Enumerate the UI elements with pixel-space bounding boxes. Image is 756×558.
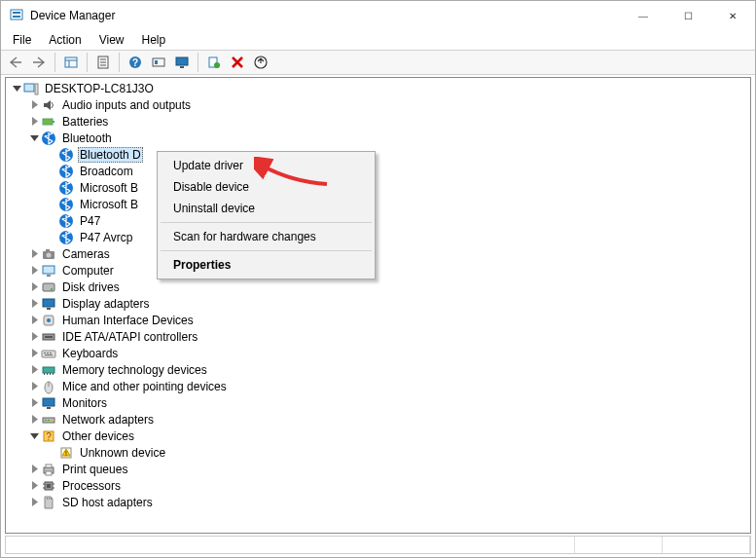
- menu-view[interactable]: View: [91, 31, 132, 49]
- menu-action[interactable]: Action: [41, 31, 89, 49]
- tree-row[interactable]: Print queues: [6, 461, 750, 477]
- svg-rect-66: [46, 465, 52, 467]
- toggle-button[interactable]: [148, 52, 169, 73]
- collapse-icon[interactable]: [27, 131, 41, 145]
- tree-row[interactable]: Keyboards: [6, 345, 750, 361]
- tree-label[interactable]: Computer: [60, 264, 116, 278]
- tree-label[interactable]: Microsoft B: [78, 198, 140, 211]
- back-button[interactable]: [5, 52, 26, 73]
- tree-label[interactable]: Print queues: [60, 463, 129, 476]
- tree-row[interactable]: Human Interface Devices: [6, 312, 750, 328]
- tree-label[interactable]: Bluetooth D: [78, 147, 143, 163]
- tree-row[interactable]: Batteries: [6, 113, 750, 130]
- delete-button[interactable]: [227, 52, 248, 73]
- tree-label[interactable]: Keyboards: [60, 347, 120, 360]
- scan-button[interactable]: [203, 52, 225, 73]
- expand-icon[interactable]: [27, 247, 41, 261]
- help-button[interactable]: ?: [125, 52, 146, 73]
- tree-label[interactable]: SD host adapters: [60, 496, 155, 509]
- tree-row[interactable]: Mice and other pointing devices: [6, 378, 750, 394]
- tree-row[interactable]: Display adapters: [6, 295, 750, 312]
- tree-row[interactable]: Disk drives: [6, 279, 750, 295]
- toolbar-sep: [119, 53, 120, 72]
- tree-row[interactable]: P47: [6, 212, 750, 229]
- tree-row[interactable]: Processors: [6, 477, 750, 494]
- tree-label[interactable]: Network adapters: [60, 413, 156, 427]
- expand-icon[interactable]: [27, 280, 41, 294]
- tree-row[interactable]: Microsoft B: [6, 179, 750, 196]
- tree-row[interactable]: Bluetooth D: [6, 146, 750, 163]
- svg-rect-35: [43, 283, 54, 291]
- expand-icon[interactable]: [27, 479, 41, 493]
- tree-row[interactable]: Microsoft B: [6, 196, 750, 212]
- tree-label[interactable]: P47 Avrcp: [78, 231, 134, 244]
- tree-row[interactable]: DESKTOP-LC81J3O: [6, 80, 750, 96]
- expand-icon[interactable]: [27, 396, 41, 410]
- tree-label[interactable]: Processors: [60, 479, 123, 493]
- tree-row[interactable]: ?Other devices: [6, 428, 750, 444]
- expand-icon[interactable]: [27, 297, 41, 311]
- tree-row[interactable]: Computer: [6, 262, 750, 279]
- menu-properties[interactable]: Properties: [160, 254, 373, 276]
- tree-row[interactable]: !Unknown device: [6, 444, 750, 461]
- expand-icon[interactable]: [27, 330, 41, 344]
- tree-row[interactable]: Memory technology devices: [6, 361, 750, 378]
- expand-icon[interactable]: [27, 413, 41, 427]
- tree-row[interactable]: Audio inputs and outputs: [6, 96, 750, 113]
- tree-label[interactable]: Human Interface Devices: [60, 314, 196, 327]
- tree-label[interactable]: IDE ATA/ATAPI controllers: [60, 330, 199, 344]
- expand-icon[interactable]: [27, 98, 41, 112]
- properties-button[interactable]: [92, 52, 114, 73]
- menu-uninstall-device[interactable]: Uninstall device: [160, 198, 373, 219]
- tree-label[interactable]: Memory technology devices: [60, 363, 209, 377]
- menu-file[interactable]: File: [5, 31, 39, 49]
- tree-row[interactable]: Broadcom: [6, 163, 750, 179]
- tree-label[interactable]: Monitors: [60, 396, 109, 410]
- tree-row[interactable]: Bluetooth: [6, 130, 750, 146]
- expand-icon[interactable]: [27, 264, 41, 278]
- tree-row[interactable]: Cameras: [6, 245, 750, 262]
- tree-label[interactable]: Disk drives: [60, 280, 122, 294]
- expand-icon[interactable]: [27, 314, 41, 327]
- device-tree-scroll[interactable]: DESKTOP-LC81J3OAudio inputs and outputsB…: [6, 78, 750, 533]
- tree-label[interactable]: Other devices: [60, 429, 136, 443]
- tree-label[interactable]: Cameras: [60, 247, 112, 261]
- show-hidden-button[interactable]: [60, 52, 82, 73]
- tree-label[interactable]: DESKTOP-LC81J3O: [43, 82, 156, 95]
- menu-scan-hardware[interactable]: Scan for hardware changes: [160, 226, 373, 247]
- tree-label[interactable]: Mice and other pointing devices: [60, 380, 229, 393]
- expand-icon[interactable]: [27, 463, 41, 476]
- update-button[interactable]: [250, 52, 271, 73]
- expand-icon[interactable]: [27, 496, 41, 509]
- expand-icon[interactable]: [27, 115, 41, 129]
- tree-row[interactable]: P47 Avrcp: [6, 229, 750, 245]
- menu-update-driver[interactable]: Update driver: [160, 155, 373, 176]
- svg-point-31: [47, 252, 52, 257]
- collapse-icon[interactable]: [27, 429, 41, 443]
- forward-button[interactable]: [28, 52, 50, 73]
- tree-row[interactable]: Monitors: [6, 394, 750, 411]
- expand-icon[interactable]: [27, 363, 41, 377]
- expand-icon[interactable]: [27, 380, 41, 393]
- tree-row[interactable]: Network adapters: [6, 411, 750, 428]
- tree-label[interactable]: Unknown device: [78, 446, 167, 460]
- collapse-icon[interactable]: [10, 82, 23, 95]
- tree-label[interactable]: Broadcom: [78, 165, 135, 178]
- tree-label[interactable]: Audio inputs and outputs: [60, 98, 193, 112]
- expand-icon[interactable]: [27, 347, 41, 360]
- tree-label[interactable]: Display adapters: [60, 297, 151, 311]
- tree-label[interactable]: P47: [78, 214, 102, 228]
- monitor-button[interactable]: [171, 52, 193, 73]
- tree-row[interactable]: SD host adapters: [6, 494, 750, 510]
- menu-disable-device[interactable]: Disable device: [160, 176, 373, 198]
- svg-rect-20: [35, 84, 38, 94]
- tree-row[interactable]: IDE ATA/ATAPI controllers: [6, 328, 750, 345]
- close-button[interactable]: ✕: [710, 1, 755, 30]
- tree-label[interactable]: Bluetooth: [60, 131, 114, 145]
- keyboard-icon: [41, 346, 56, 361]
- tree-label[interactable]: Batteries: [60, 115, 110, 129]
- minimize-button[interactable]: —: [621, 1, 666, 30]
- menu-help[interactable]: Help: [134, 31, 174, 49]
- maximize-button[interactable]: ☐: [666, 1, 710, 30]
- tree-label[interactable]: Microsoft B: [78, 181, 140, 195]
